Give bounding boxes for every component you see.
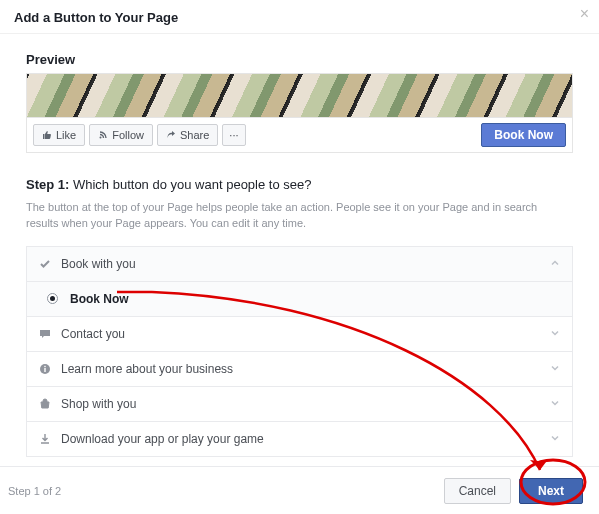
accordion-label: Book with you	[61, 257, 550, 271]
step-number: Step 1:	[26, 177, 69, 192]
step-indicator: Step 1 of 2	[8, 485, 61, 497]
chevron-down-icon	[550, 433, 560, 445]
accordion-label: Shop with you	[61, 397, 550, 411]
accordion-label: Contact you	[61, 327, 550, 341]
svg-point-0	[100, 137, 102, 139]
step-question: Step 1: Which button do you want people …	[26, 177, 573, 192]
check-icon	[39, 258, 51, 270]
modal-body: Preview Like Follow Share	[0, 34, 599, 457]
thumb-up-icon	[42, 130, 52, 140]
more-button[interactable]: ···	[222, 124, 245, 146]
preview-cta-button[interactable]: Book Now	[481, 123, 566, 147]
modal-add-button: Add a Button to Your Page × Preview Like…	[0, 0, 599, 514]
preview-heading: Preview	[26, 52, 573, 67]
accordion-label: Download your app or play your game	[61, 432, 550, 446]
svg-rect-2	[44, 368, 45, 372]
like-button[interactable]: Like	[33, 124, 85, 146]
accordion-item-contact-you[interactable]: Contact you	[27, 317, 572, 352]
accordion-item-learn-more[interactable]: Learn more about your business	[27, 352, 572, 387]
modal-footer: Step 1 of 2 Cancel Next	[0, 466, 599, 514]
chevron-down-icon	[550, 398, 560, 410]
info-icon	[39, 363, 51, 375]
share-label: Share	[180, 129, 209, 141]
accordion-option-label: Book Now	[70, 292, 560, 306]
preview-cover-image	[26, 73, 573, 117]
cancel-button[interactable]: Cancel	[444, 478, 511, 504]
radio-selected-icon	[47, 293, 58, 304]
step-help-text: The button at the top of your Page helps…	[26, 200, 566, 232]
share-button[interactable]: Share	[157, 124, 218, 146]
chevron-down-icon	[550, 328, 560, 340]
follow-button[interactable]: Follow	[89, 124, 153, 146]
download-icon	[39, 433, 51, 445]
rss-icon	[98, 130, 108, 140]
shopping-bag-icon	[39, 398, 51, 410]
accordion-option-book-now[interactable]: Book Now	[27, 282, 572, 317]
next-button[interactable]: Next	[519, 478, 583, 504]
accordion-item-book-with-you[interactable]: Book with you	[27, 247, 572, 282]
step-text: Which button do you want people to see?	[73, 177, 312, 192]
accordion-item-shop-with-you[interactable]: Shop with you	[27, 387, 572, 422]
svg-rect-3	[44, 366, 45, 367]
follow-label: Follow	[112, 129, 144, 141]
chevron-down-icon	[550, 363, 560, 375]
chevron-up-icon	[550, 258, 560, 270]
accordion-label: Learn more about your business	[61, 362, 550, 376]
preview-action-bar: Like Follow Share ··· Book Now	[26, 117, 573, 153]
like-label: Like	[56, 129, 76, 141]
button-type-accordion: Book with you Book Now Contact you	[26, 246, 573, 457]
ellipsis-icon: ···	[229, 129, 238, 141]
modal-title: Add a Button to Your Page	[14, 10, 178, 25]
modal-header: Add a Button to Your Page ×	[0, 0, 599, 34]
close-icon[interactable]: ×	[580, 6, 589, 22]
accordion-item-download-app[interactable]: Download your app or play your game	[27, 422, 572, 457]
chat-icon	[39, 328, 51, 340]
share-icon	[166, 130, 176, 140]
